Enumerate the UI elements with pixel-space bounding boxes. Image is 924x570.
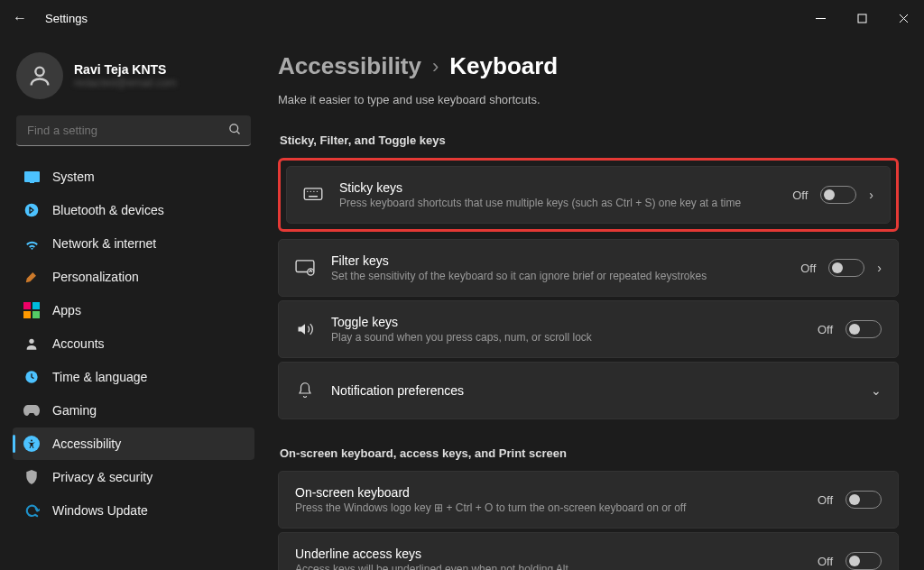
clock-icon [23, 369, 40, 385]
section-header-sticky: Sticky, Filter, and Toggle keys [280, 133, 899, 147]
setting-notification-preferences[interactable]: Notification preferences ⌄ [278, 362, 899, 419]
gamepad-icon [23, 402, 40, 418]
sidebar-item-bluetooth[interactable]: Bluetooth & devices [13, 194, 254, 226]
svg-point-4 [35, 68, 43, 76]
setting-toggle-keys[interactable]: Toggle keys Play a sound when you press … [278, 300, 899, 358]
profile-block[interactable]: Ravi Teja KNTS redacted@email.com [16, 52, 251, 99]
svg-point-9 [25, 204, 39, 217]
setting-title: Toggle keys [331, 315, 801, 329]
display-icon [23, 169, 40, 185]
svg-rect-8 [30, 182, 34, 183]
bluetooth-icon [23, 202, 40, 218]
svg-point-12 [31, 440, 32, 442]
section-header-onscreen: On-screen keyboard, access keys, and Pri… [280, 446, 899, 460]
page-subtitle: Make it easier to type and use keyboard … [278, 93, 899, 106]
sidebar-item-apps[interactable]: Apps [13, 294, 254, 326]
shield-icon [23, 469, 40, 485]
sidebar-item-network[interactable]: Network & internet [13, 227, 254, 260]
sidebar-item-label: Accounts [52, 336, 105, 351]
setting-title: Filter keys [331, 253, 784, 268]
wifi-icon [23, 235, 40, 252]
chevron-right-icon: › [432, 55, 439, 78]
sidebar-item-accounts[interactable]: Accounts [13, 327, 254, 360]
profile-email: redacted@email.com [74, 77, 177, 89]
search-input[interactable] [16, 115, 251, 146]
setting-title: Sticky keys [339, 180, 776, 195]
toggle-state-label: Off [818, 555, 833, 568]
sidebar-item-label: Apps [52, 303, 81, 317]
toggle-state-label: Off [818, 493, 833, 507]
sidebar-item-update[interactable]: Windows Update [13, 494, 254, 527]
sidebar: Ravi Teja KNTS redacted@email.com System [0, 36, 262, 570]
keyboard-icon [295, 260, 315, 276]
chevron-right-icon: › [877, 261, 882, 275]
toggle-switch[interactable] [845, 552, 882, 570]
sound-icon [295, 321, 315, 337]
sidebar-item-label: Privacy & security [52, 470, 152, 484]
keyboard-icon [303, 188, 323, 202]
svg-rect-1 [858, 14, 866, 23]
sidebar-item-time[interactable]: Time & language [13, 361, 254, 393]
svg-point-5 [230, 124, 238, 133]
toggle-switch[interactable] [828, 259, 864, 277]
setting-title: Notification preferences [331, 383, 855, 398]
breadcrumb: Accessibility › Keyboard [278, 52, 899, 80]
sidebar-item-system[interactable]: System [13, 161, 254, 193]
accessibility-icon [23, 436, 40, 452]
svg-line-6 [236, 131, 239, 133]
profile-name: Ravi Teja KNTS [74, 62, 177, 77]
setting-onscreen-keyboard[interactable]: On-screen keyboard Press the Windows log… [278, 471, 899, 529]
update-icon [23, 502, 40, 519]
toggle-switch[interactable] [845, 491, 882, 509]
toggle-switch[interactable] [845, 320, 882, 338]
back-button[interactable]: ← [13, 10, 27, 26]
search-icon [228, 123, 242, 139]
sidebar-item-accessibility[interactable]: Accessibility [13, 428, 254, 460]
setting-title: On-screen keyboard [295, 485, 801, 500]
toggle-state-label: Off [800, 262, 816, 275]
user-icon [23, 336, 40, 352]
window-controls [799, 0, 924, 36]
brush-icon [23, 269, 40, 285]
sidebar-item-label: System [52, 170, 95, 184]
minimize-button[interactable] [799, 0, 841, 36]
sidebar-item-personalization[interactable]: Personalization [13, 261, 254, 293]
chevron-right-icon: › [869, 188, 873, 202]
setting-filter-keys[interactable]: Filter keys Set the sensitivity of the k… [278, 239, 899, 297]
nav-list: System Bluetooth & devices Network & int… [13, 161, 254, 527]
breadcrumb-parent[interactable]: Accessibility [278, 52, 421, 80]
titlebar: ← Settings [0, 0, 924, 36]
sidebar-item-label: Personalization [52, 270, 139, 284]
toggle-state-label: Off [818, 323, 833, 336]
sidebar-item-label: Network & internet [52, 236, 156, 251]
chevron-down-icon: ⌄ [871, 383, 882, 398]
sidebar-item-gaming[interactable]: Gaming [13, 394, 254, 427]
setting-title: Underline access keys [295, 547, 801, 561]
sidebar-item-label: Windows Update [52, 503, 148, 518]
toggle-state-label: Off [792, 188, 808, 202]
svg-rect-13 [304, 188, 322, 199]
avatar [16, 52, 63, 99]
setting-desc: Press keyboard shortcuts that use multip… [339, 197, 776, 209]
maximize-button[interactable] [841, 0, 882, 36]
close-button[interactable] [882, 0, 924, 36]
sidebar-item-privacy[interactable]: Privacy & security [13, 461, 254, 493]
window-title: Settings [45, 12, 88, 25]
setting-desc: Play a sound when you press caps, num, o… [331, 331, 801, 344]
svg-rect-7 [24, 171, 40, 182]
sidebar-item-label: Accessibility [52, 437, 121, 451]
setting-underline-access-keys[interactable]: Underline access keys Access keys will b… [278, 532, 899, 570]
svg-point-10 [29, 339, 33, 344]
breadcrumb-current: Keyboard [449, 52, 558, 80]
sidebar-item-label: Time & language [52, 370, 147, 384]
apps-icon [23, 302, 40, 318]
setting-desc: Access keys will be underlined even when… [295, 563, 801, 570]
toggle-switch[interactable] [820, 186, 856, 204]
setting-desc: Set the sensitivity of the keyboard so i… [331, 270, 784, 282]
sidebar-item-label: Gaming [52, 403, 97, 418]
setting-sticky-keys[interactable]: Sticky keys Press keyboard shortcuts tha… [286, 166, 891, 224]
setting-desc: Press the Windows logo key ⊞ + Ctrl + O … [295, 501, 801, 514]
bell-icon [295, 382, 315, 400]
highlight-annotation: Sticky keys Press keyboard shortcuts tha… [278, 158, 899, 232]
sidebar-item-label: Bluetooth & devices [52, 203, 164, 217]
